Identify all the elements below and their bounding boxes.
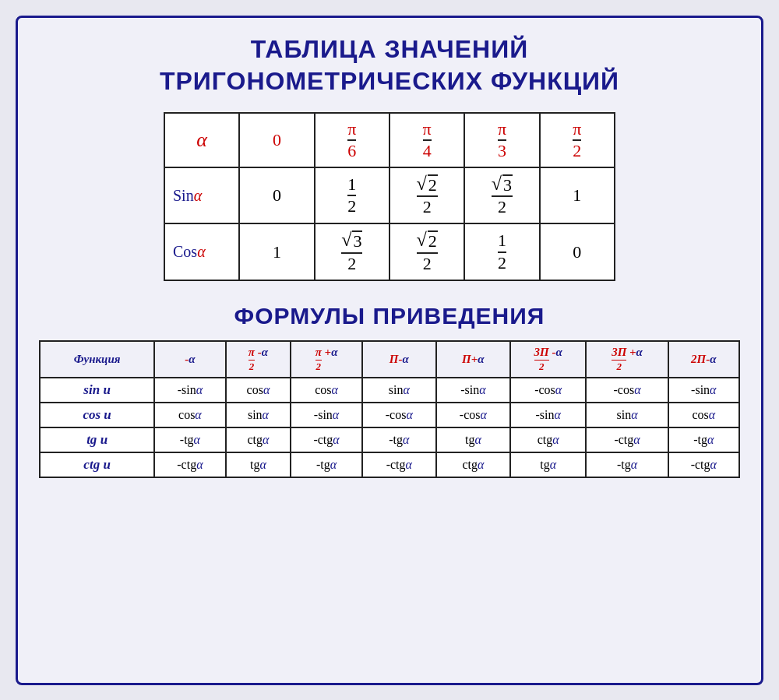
col-0: 0	[239, 113, 314, 167]
col-pi3: π 3	[464, 113, 539, 167]
lower-header-pi2-plus-a: π 2 +α	[291, 341, 361, 378]
lower-tg-3pi2-minus-a: ctgα	[510, 427, 587, 452]
sin-row-label: Sinα	[164, 167, 239, 223]
lower-sin-2pi-minus-a: -sinα	[668, 378, 739, 403]
section-title: ФОРМУЛЫ ПРИВЕДЕНИЯ	[234, 303, 545, 329]
lower-tg-3pi2-plus-a: -ctgα	[586, 427, 668, 452]
lower-tg-pi2-plus-a: -ctgα	[291, 427, 361, 452]
lower-header-func: Функция	[40, 341, 154, 378]
lower-header-pi-minus-a: П-α	[362, 341, 436, 378]
lower-tg-pi2-minus-a: ctgα	[226, 427, 291, 452]
lower-sin-pi-plus-a: -sinα	[436, 378, 510, 403]
lower-sin-pi2-minus-a: cosα	[226, 378, 291, 403]
sin-pi3: √3 2	[464, 167, 539, 223]
lower-header-3pi2-plus-a: 3П 2 +α	[586, 341, 668, 378]
lower-cos-pi2-plus-a: -sinα	[291, 403, 361, 427]
lower-tg-neg-a: -tgα	[154, 427, 225, 452]
cos-row-label: Cosα	[164, 223, 239, 280]
lower-cos-3pi2-plus-a: sinα	[586, 403, 668, 427]
cos-pi3: 1 2	[464, 223, 539, 280]
lower-header-2pi-minus-a: 2П-α	[668, 341, 739, 378]
sin-0: 0	[239, 167, 314, 223]
lower-tg-label: tg u	[40, 427, 154, 452]
lower-sin-pi2-plus-a: cosα	[291, 378, 361, 403]
cos-0: 1	[239, 223, 314, 280]
cos-pi2: 0	[540, 223, 615, 280]
col-pi4: π 4	[390, 113, 464, 167]
sin-pi2: 1	[540, 167, 615, 223]
lower-ctg-pi2-minus-a: tgα	[226, 452, 291, 477]
lower-header-pi-plus-a: П+α	[436, 341, 510, 378]
lower-header-pi2-minus-a: π 2 -α	[226, 341, 291, 378]
lower-cos-pi-minus-a: -cosα	[362, 403, 436, 427]
lower-cos-neg-a: cosα	[154, 403, 225, 427]
lower-ctg-pi2-plus-a: -tgα	[291, 452, 361, 477]
lower-tg-pi-minus-a: -tgα	[362, 427, 436, 452]
main-card: ТАБЛИЦА ЗНАЧЕНИЙ ТРИГОНОМЕТРИЧЕСКИХ ФУНК…	[16, 16, 763, 685]
lower-ctg-pi-minus-a: -ctgα	[362, 452, 436, 477]
col-pi2: π 2	[540, 113, 615, 167]
lower-header-3pi2-minus-a: 3П 2 -α	[510, 341, 587, 378]
lower-cos-2pi-minus-a: cosα	[668, 403, 739, 427]
lower-sin-neg-a: -sinα	[154, 378, 225, 403]
lower-sin-3pi2-plus-a: -cosα	[586, 378, 668, 403]
sin-pi4: √2 2	[390, 167, 464, 223]
main-title: ТАБЛИЦА ЗНАЧЕНИЙ ТРИГОНОМЕТРИЧЕСКИХ ФУНК…	[160, 33, 619, 98]
upper-table: α 0 π 6 π 4 π 3	[164, 112, 615, 281]
lower-table: Функция -α π 2 -α π 2 +α	[39, 340, 740, 478]
lower-ctg-3pi2-plus-a: -tgα	[586, 452, 668, 477]
sin-pi6: 1 2	[315, 167, 390, 223]
cos-pi6: √3 2	[315, 223, 390, 280]
lower-ctg-label: ctg u	[40, 452, 154, 477]
lower-tg-2pi-minus-a: -tgα	[668, 427, 739, 452]
lower-cos-label: cos u	[40, 403, 154, 427]
lower-sin-3pi2-minus-a: -cosα	[510, 378, 587, 403]
lower-cos-3pi2-minus-a: -sinα	[510, 403, 587, 427]
lower-ctg-2pi-minus-a: -ctgα	[668, 452, 739, 477]
lower-ctg-3pi2-minus-a: tgα	[510, 452, 587, 477]
col-pi6: π 6	[315, 113, 390, 167]
lower-cos-pi-plus-a: -cosα	[436, 403, 510, 427]
lower-tg-pi-plus-a: tgα	[436, 427, 510, 452]
lower-header-neg-alpha: -α	[154, 341, 225, 378]
lower-ctg-neg-a: -ctgα	[154, 452, 225, 477]
lower-cos-pi2-minus-a: sinα	[226, 403, 291, 427]
alpha-header: α	[164, 113, 239, 167]
lower-sin-label: sin u	[40, 378, 154, 403]
lower-sin-pi-minus-a: sinα	[362, 378, 436, 403]
lower-ctg-pi-plus-a: ctgα	[436, 452, 510, 477]
cos-pi4: √2 2	[390, 223, 464, 280]
